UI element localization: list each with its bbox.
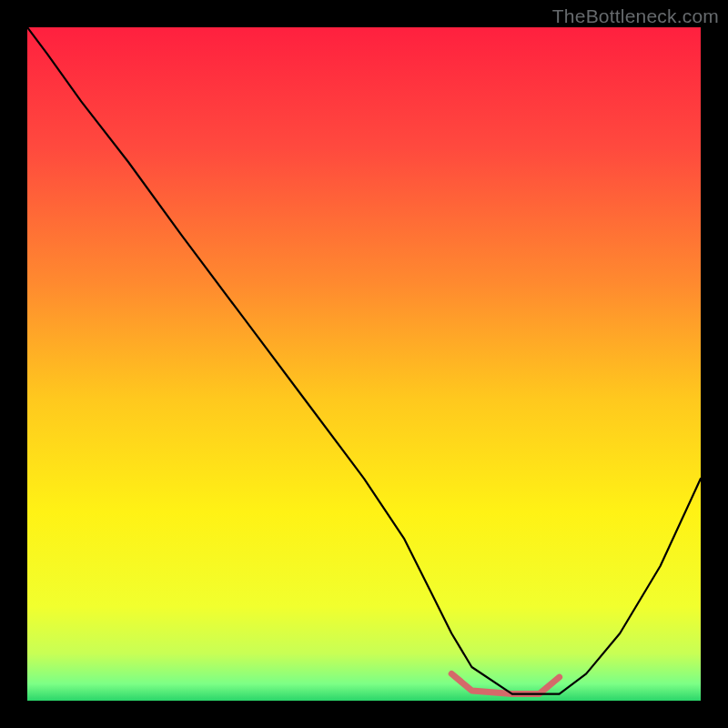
chart-frame <box>27 27 701 701</box>
bottleneck-chart <box>27 27 701 701</box>
gradient-background <box>27 27 701 701</box>
watermark-text: TheBottleneck.com <box>552 5 719 27</box>
